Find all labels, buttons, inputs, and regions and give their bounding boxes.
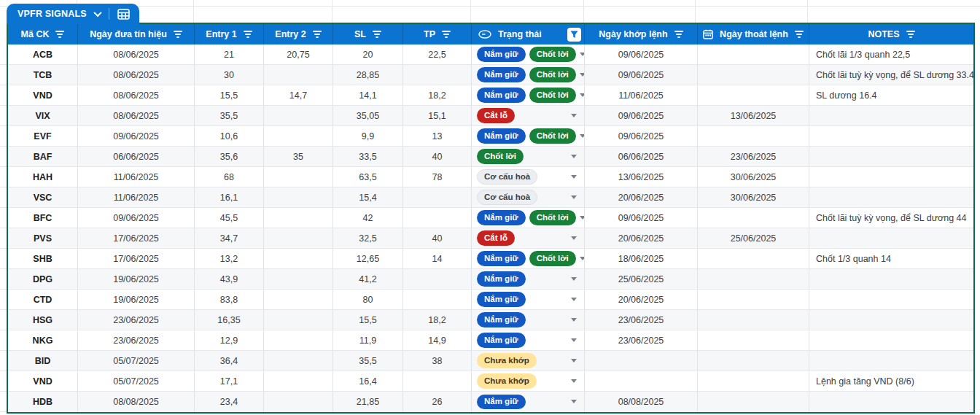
cell-entry1[interactable]: 12,9: [195, 330, 264, 351]
cell-entry2[interactable]: [264, 208, 333, 228]
cell-sl[interactable]: 63,5: [333, 167, 403, 187]
cell-sl[interactable]: 16,4: [333, 371, 403, 392]
cell-fill_date[interactable]: [585, 371, 698, 392]
cell-tp[interactable]: 22,5: [403, 44, 472, 65]
cell-exit_date[interactable]: 13/06/2025: [698, 106, 809, 126]
cell-tp[interactable]: 14: [403, 249, 472, 269]
status-chip[interactable]: Nắm giữ: [477, 312, 526, 327]
filter-icon[interactable]: [55, 31, 64, 37]
cell-sl[interactable]: 20: [333, 44, 403, 65]
cell-notes[interactable]: Chốt lãi tuỳ kỳ vọng, để SL dương 33.4: [809, 65, 973, 85]
cell-ticker[interactable]: CTD: [8, 290, 78, 310]
status-chip[interactable]: Cơ cấu hoà: [477, 169, 537, 185]
chevron-down-icon[interactable]: [93, 9, 101, 17]
cell-sl[interactable]: 33,5: [333, 147, 403, 167]
status-chip[interactable]: Chốt lời: [529, 128, 576, 144]
cell-ticker[interactable]: NKG: [8, 330, 78, 351]
cell-tp[interactable]: 13: [403, 126, 472, 147]
cell-status[interactable]: Chưa khớp: [472, 371, 585, 392]
cell-signal_date[interactable]: 05/07/2025: [78, 351, 195, 371]
cell-entry1[interactable]: 15,5: [195, 85, 264, 106]
funnel-filter-icon[interactable]: [567, 28, 581, 42]
cell-sl[interactable]: 15,4: [333, 187, 403, 208]
cell-notes[interactable]: SL dương 16.4: [809, 85, 973, 106]
dropdown-arrow-icon[interactable]: [571, 359, 577, 362]
column-header-tp[interactable]: TP: [403, 24, 472, 44]
cell-signal_date[interactable]: 11/06/2025: [78, 167, 195, 187]
filter-icon[interactable]: [373, 31, 381, 37]
cell-fill_date[interactable]: 09/06/2025: [585, 106, 698, 126]
sheet-tab-vpfr-signals[interactable]: VPFR SIGNALS: [7, 4, 139, 24]
cell-signal_date[interactable]: 05/07/2025: [78, 371, 195, 392]
dropdown-arrow-icon[interactable]: [580, 93, 585, 97]
cell-status[interactable]: Cơ cấu hoà: [472, 167, 585, 187]
cell-signal_date[interactable]: 08/06/2025: [78, 106, 195, 126]
cell-entry1[interactable]: 68: [195, 167, 264, 187]
cell-tp[interactable]: [403, 65, 472, 85]
cell-sl[interactable]: 35,5: [333, 351, 403, 371]
cell-exit_date[interactable]: [698, 310, 809, 330]
cell-sl[interactable]: 35,05: [333, 106, 403, 126]
cell-entry1[interactable]: 30: [195, 65, 264, 85]
cell-tp[interactable]: 18,2: [403, 310, 472, 330]
cell-entry2[interactable]: [264, 167, 333, 187]
dropdown-arrow-icon[interactable]: [571, 400, 577, 403]
cell-tp[interactable]: 26: [403, 392, 472, 412]
cell-exit_date[interactable]: [698, 392, 809, 412]
status-chip[interactable]: Chốt lời: [477, 149, 524, 164]
cell-exit_date[interactable]: [698, 85, 809, 106]
status-chip[interactable]: Nắm giữ: [477, 395, 526, 410]
cell-entry2[interactable]: [264, 106, 333, 126]
cell-ticker[interactable]: VSC: [8, 187, 78, 208]
status-chip[interactable]: Nắm giữ: [477, 210, 526, 225]
column-header-fill_date[interactable]: Ngày khớp lệnh: [585, 24, 698, 44]
cell-ticker[interactable]: HSG: [8, 310, 78, 330]
cell-exit_date[interactable]: [698, 65, 809, 85]
filter-icon[interactable]: [906, 31, 915, 37]
cell-notes[interactable]: [809, 187, 973, 208]
cell-sl[interactable]: 21,85: [333, 392, 403, 412]
cell-sl[interactable]: 12,65: [333, 249, 403, 269]
cell-fill_date[interactable]: 08/08/2025: [585, 392, 698, 412]
filter-icon[interactable]: [244, 31, 252, 37]
cell-ticker[interactable]: PVS: [8, 228, 78, 249]
cell-notes[interactable]: Chốt lãi 1/3 quanh 22,5: [809, 44, 973, 65]
cell-notes[interactable]: [809, 269, 973, 290]
cell-status[interactable]: Nắm giữChốt lời: [472, 85, 585, 106]
cell-notes[interactable]: [809, 167, 973, 187]
dropdown-arrow-icon[interactable]: [571, 175, 577, 179]
cell-fill_date[interactable]: 20/06/2025: [585, 228, 698, 249]
cell-notes[interactable]: [809, 392, 973, 412]
status-chip[interactable]: Chốt lời: [529, 251, 576, 266]
cell-sl[interactable]: 9,9: [333, 126, 403, 147]
cell-fill_date[interactable]: 23/06/2025: [585, 310, 698, 330]
cell-tp[interactable]: 14,9: [403, 330, 472, 351]
cell-entry2[interactable]: [264, 330, 333, 351]
cell-entry1[interactable]: 45,5: [195, 208, 264, 228]
cell-notes[interactable]: [809, 126, 973, 147]
cell-fill_date[interactable]: 18/06/2025: [585, 249, 698, 269]
cell-entry2[interactable]: 20,75: [264, 44, 333, 65]
cell-sl[interactable]: 28,85: [333, 65, 403, 85]
filter-icon[interactable]: [174, 31, 182, 37]
cell-notes[interactable]: [809, 330, 973, 351]
dropdown-arrow-icon[interactable]: [580, 134, 585, 138]
status-chip[interactable]: Chưa khớp: [477, 353, 537, 368]
cell-status[interactable]: Nắm giữChốt lời: [472, 44, 585, 65]
status-chip[interactable]: Nắm giữ: [477, 251, 526, 266]
cell-notes[interactable]: Lệnh gia tăng VND (8/6): [809, 371, 973, 392]
status-chip[interactable]: Chốt lời: [529, 210, 576, 225]
cell-signal_date[interactable]: 11/06/2025: [78, 187, 195, 208]
cell-signal_date[interactable]: 19/06/2025: [78, 269, 195, 290]
status-chip[interactable]: Cắt lỗ: [477, 230, 515, 246]
cell-signal_date[interactable]: 19/06/2025: [78, 290, 195, 310]
cell-entry1[interactable]: 35,5: [195, 106, 264, 126]
cell-tp[interactable]: [403, 208, 472, 228]
cell-exit_date[interactable]: 25/06/2025: [698, 228, 809, 249]
cell-exit_date[interactable]: [698, 371, 809, 392]
cell-signal_date[interactable]: 17/06/2025: [78, 228, 195, 249]
cell-sl[interactable]: 15,5: [333, 310, 403, 330]
cell-fill_date[interactable]: 11/06/2025: [585, 85, 698, 106]
cell-fill_date[interactable]: 20/06/2025: [585, 290, 698, 310]
cell-ticker[interactable]: TCB: [8, 65, 78, 85]
